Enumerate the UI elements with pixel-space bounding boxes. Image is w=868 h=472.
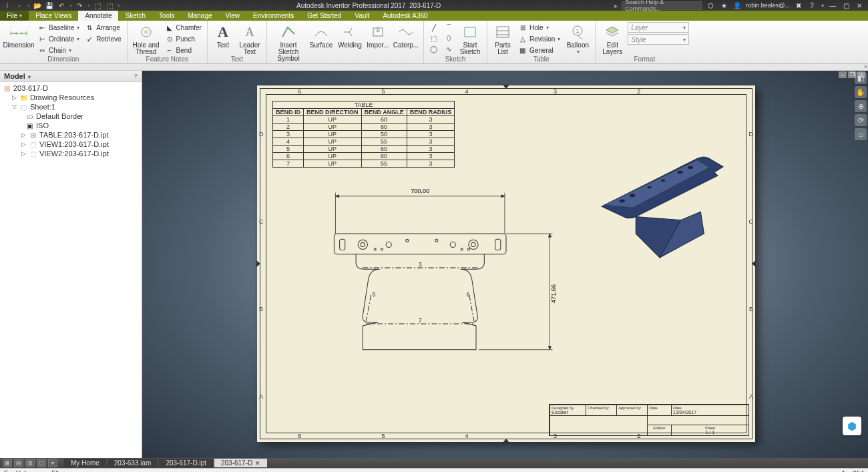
bend-button[interactable]: ⌐Bend (164, 45, 203, 55)
svg-point-37 (661, 179, 665, 182)
signin-icon[interactable]: ⬡ (706, 2, 715, 9)
drawing-sheet: 6 5 4 3 2 6 5 4 3 2 D C B A D C B A (257, 85, 755, 442)
baseline-button[interactable]: ⇤Baseline▾ (36, 22, 81, 33)
tree-item[interactable]: ▷⬚VIEW1:203-617-D.ipt (1, 140, 140, 149)
tree-item[interactable]: ▷⊞TABLE:203-617-D.ipt (1, 130, 140, 140)
tab-a360[interactable]: Autodesk A360 (376, 11, 434, 21)
home-icon[interactable]: ⌂ (855, 128, 867, 140)
tab-get-started[interactable]: Get Started (300, 11, 348, 21)
sketch-tool3[interactable]: ◯ (428, 43, 440, 54)
exchange-icon[interactable]: ✖ (794, 2, 803, 9)
doctab-home[interactable]: My Home (64, 459, 106, 467)
doctab[interactable]: 203-633.iam (107, 459, 158, 467)
save-icon[interactable]: 💾 (45, 1, 54, 10)
tab-annotate[interactable]: Annotate (78, 11, 118, 21)
style-combo[interactable]: Style▾ (628, 34, 689, 45)
sketch-tool2[interactable]: ⬚ (428, 33, 440, 43)
sketch-tool6[interactable]: ∿ (443, 43, 455, 54)
chamfer-button[interactable]: ◣Chamfer (164, 22, 203, 33)
tab-environments[interactable]: Environments (246, 11, 300, 21)
group-format: Edit Layers Layer▾ Style▾ Format (596, 21, 693, 63)
user-label[interactable]: robin.beales@... (746, 2, 790, 9)
close-button[interactable]: ✕ (855, 2, 864, 9)
tab-view[interactable]: View (219, 11, 247, 21)
doctab[interactable]: 203-617-D.ipt (159, 459, 213, 467)
import-button[interactable]: Impor... (366, 22, 390, 49)
panel-close-icon[interactable]: × (864, 63, 867, 70)
sketch-tool1[interactable]: ╱ (428, 22, 440, 33)
orbit-icon[interactable]: ⟳ (855, 114, 867, 126)
start-sketch-button[interactable]: Start Sketch (457, 22, 483, 55)
tab-sketch[interactable]: Sketch (118, 11, 152, 21)
help-cube-icon[interactable]: ⬢ (843, 417, 861, 435)
view-layout-menu[interactable]: ▾ (48, 459, 57, 467)
general-button[interactable]: ▦General (517, 45, 562, 55)
tab-manage[interactable]: Manage (181, 11, 218, 21)
qat-icon[interactable]: ⬚ (93, 1, 102, 10)
pan-icon[interactable]: ✋ (855, 86, 867, 98)
welding-button[interactable]: Welding (337, 22, 363, 49)
ordinate-button[interactable]: ⊢Ordinate▾ (36, 33, 81, 44)
new-icon[interactable]: ▫ (15, 1, 24, 10)
edit-layers-button[interactable]: Edit Layers (600, 22, 625, 55)
tree-item[interactable]: ▷⬚VIEW2:203-617-D.ipt (1, 149, 140, 158)
tab-place-views[interactable]: Place Views (29, 11, 78, 21)
balloon-button[interactable]: 1Balloon▾ (564, 22, 591, 55)
doctab[interactable]: 203-617-D✕ (214, 459, 267, 467)
leader-text-button[interactable]: ALeader Text (237, 22, 262, 55)
view-layout-3[interactable]: ▥ (25, 459, 35, 467)
browser-header[interactable]: Model ▾ ? (0, 71, 142, 82)
file-tab[interactable]: File▾ (0, 11, 29, 21)
redo-icon[interactable]: ↷ (75, 1, 84, 10)
star-icon[interactable]: ★ (719, 2, 728, 9)
tree-root[interactable]: ▤203-617-D (1, 83, 140, 93)
punch-button[interactable]: ⊙Punch (164, 33, 203, 44)
sheet-min-button[interactable]: – (839, 71, 847, 78)
maximize-button[interactable]: ▢ (841, 2, 851, 9)
qat-icon2[interactable]: ⬚ (105, 1, 114, 10)
tree-item[interactable]: ▭Default Border (1, 111, 140, 121)
tree-item[interactable]: ▣ISO (1, 121, 140, 130)
view-icon: ⬚ (29, 150, 37, 158)
help-icon[interactable]: ? (807, 2, 817, 9)
layer-combo[interactable]: Layer▾ (628, 22, 689, 33)
tree-item[interactable]: ▽▢Sheet:1 (1, 102, 140, 111)
tab-tools[interactable]: Tools (152, 11, 181, 21)
open-icon[interactable]: 📂 (33, 1, 42, 10)
tab-vault[interactable]: Vault (348, 11, 376, 21)
title-right: ▸ Search Help & Commands... ⬡ ★ 👤 robin.… (614, 1, 868, 10)
revision-button[interactable]: △Revision▾ (517, 33, 562, 44)
undo-icon[interactable]: ↶ (57, 1, 66, 10)
user-icon[interactable]: 👤 (732, 2, 742, 9)
svg-point-17 (406, 239, 409, 242)
sketch-tool4[interactable]: ⌒ (443, 22, 455, 33)
minimize-button[interactable]: — (828, 2, 837, 9)
insert-symbol-button[interactable]: Insert Sketch Symbol▾ (271, 22, 306, 69)
svg-line-29 (366, 295, 371, 321)
view-layout-4[interactable]: ▢ (37, 459, 46, 467)
sketch-tool5[interactable]: ⬯ (443, 33, 455, 43)
zoom-icon[interactable]: ⊕ (855, 100, 867, 112)
hole-table-button[interactable]: ⊞Hole▾ (517, 22, 562, 33)
svg-point-16 (386, 242, 391, 247)
drawing-canvas[interactable]: – ❐ × ◧ ✋ ⊕ ⟳ ⌂ 6 5 4 3 2 6 5 4 3 (142, 71, 868, 458)
dimension-button[interactable]: Dimension (4, 22, 33, 49)
retrieve-button[interactable]: ↙Retrieve (83, 33, 122, 44)
group-symbols: Insert Sketch Symbol▾ Surface Welding Im… (267, 21, 424, 63)
chain-button[interactable]: ⇔Chain▾ (36, 45, 81, 55)
app-icon[interactable]: I (3, 1, 12, 10)
hole-thread-button[interactable]: Hole and Thread (132, 22, 161, 55)
text-button[interactable]: AText (212, 22, 234, 49)
view-layout-1[interactable]: ▦ (3, 459, 12, 467)
view-layout-2[interactable]: ▤ (14, 459, 23, 467)
search-input[interactable]: Search Help & Commands... (622, 1, 702, 10)
group-text: AText ALeader Text Text (208, 21, 267, 63)
surface-button[interactable]: Surface (308, 22, 334, 49)
svg-point-27 (467, 248, 469, 250)
close-icon[interactable]: ✕ (255, 460, 260, 467)
caterpillar-button[interactable]: Caterp... (393, 22, 419, 49)
viewcube-icon[interactable]: ◧ (855, 72, 867, 84)
arrange-button[interactable]: ⇅Arrange (83, 22, 122, 33)
tree-item[interactable]: ▷📁Drawing Resources (1, 93, 140, 102)
parts-list-button[interactable]: Parts List (491, 22, 514, 55)
